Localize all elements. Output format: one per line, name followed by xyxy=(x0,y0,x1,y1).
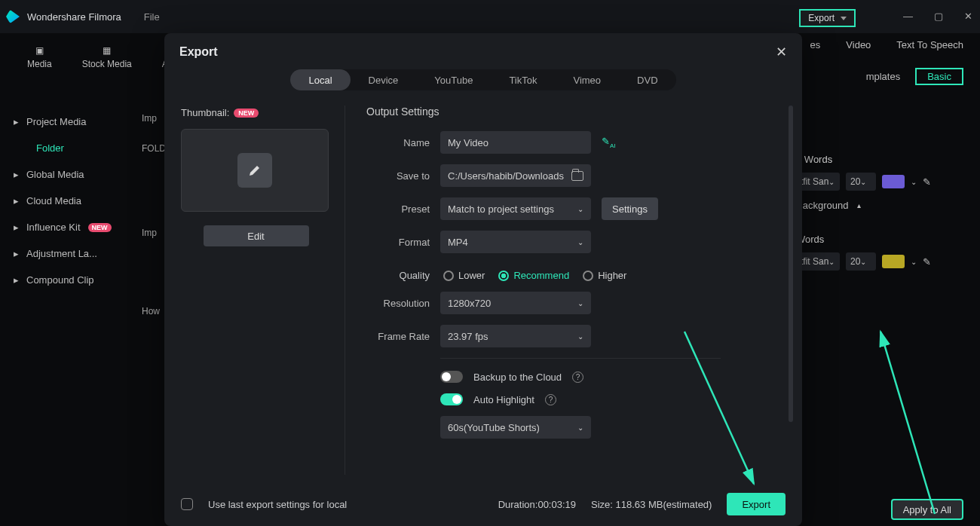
background-label: Background xyxy=(796,200,848,211)
nav-compound[interactable]: ▸Compound Clip xyxy=(0,267,136,293)
nav-cloud-media[interactable]: ▸Cloud Media xyxy=(0,188,136,214)
tab-vimeo[interactable]: Vimeo xyxy=(555,69,619,90)
topbar-export-button[interactable]: Export xyxy=(799,9,856,27)
size-text: Size: 118.63 MB(estimated) xyxy=(591,499,712,510)
dialog-footer: Use last export settings for local Durat… xyxy=(181,493,786,515)
tab-tiktok[interactable]: TikTok xyxy=(491,69,555,90)
font-select-2[interactable]: tfit San⌄ xyxy=(796,252,840,271)
export-button[interactable]: Export xyxy=(727,493,786,515)
resolution-select[interactable]: 1280x720⌄ xyxy=(440,292,591,314)
nav-adjustment[interactable]: ▸Adjustment La... xyxy=(0,240,136,267)
format-label: Format xyxy=(366,237,430,248)
help-icon[interactable]: ? xyxy=(545,394,556,405)
edit-icon[interactable]: ✎ xyxy=(923,256,931,268)
col-header-imp2: Imp xyxy=(142,228,157,238)
dialog-title: Export xyxy=(179,45,218,59)
nav-influence-kit[interactable]: ▸Influence KitNEW xyxy=(0,214,136,240)
color-swatch-olive[interactable] xyxy=(882,255,905,268)
app-logo xyxy=(6,10,20,23)
ai-icon[interactable]: ✎AI xyxy=(602,136,616,149)
new-badge: NEW xyxy=(88,223,112,232)
nav-folder[interactable]: Folder xyxy=(0,135,136,161)
use-last-label: Use last export settings for local xyxy=(208,499,347,510)
tab-local[interactable]: Local xyxy=(290,69,350,90)
auto-highlight-label: Auto Highlight xyxy=(473,394,534,405)
tab-dvd[interactable]: DVD xyxy=(619,69,675,90)
nav-project-media[interactable]: ▸Project Media xyxy=(0,109,136,135)
thumbnail-label: Thumbnail: NEW xyxy=(181,107,331,118)
chevron-down-icon xyxy=(841,17,847,20)
size-select-2[interactable]: 20⌄ xyxy=(846,252,876,271)
format-select[interactable]: MP4⌄ xyxy=(440,231,591,253)
apply-to-all-button[interactable]: Apply to All xyxy=(891,499,963,520)
saveto-label: Save to xyxy=(366,170,430,182)
preview-subtabs: mplates Basic xyxy=(866,68,963,85)
close-icon[interactable]: ✕ xyxy=(776,44,787,60)
quality-higher[interactable]: Higher xyxy=(583,270,626,281)
svg-line-1 xyxy=(880,332,935,514)
tab-tts[interactable]: Text To Speech xyxy=(896,39,963,50)
scrollbar[interactable] xyxy=(789,106,793,422)
right-panel: e Words tfit San⌄ 20⌄ ⌄ ✎ Background▴ Wo… xyxy=(796,116,969,280)
preview-tabs: es Video Text To Speech xyxy=(810,39,963,50)
titlebar: Wondershare Filmora File Export — ▢ ✕ xyxy=(0,0,980,33)
col-header-imp[interactable]: Imp xyxy=(142,113,157,124)
resolution-label: Resolution xyxy=(366,298,430,309)
quality-recommend[interactable]: Recommend xyxy=(498,270,569,281)
framerate-label: Frame Rate xyxy=(366,331,430,342)
font-select-1[interactable]: tfit San⌄ xyxy=(796,173,840,191)
backup-cloud-toggle[interactable] xyxy=(440,371,463,383)
duration-text: Duration:00:03:19 xyxy=(498,499,576,510)
app-title: Wondershare Filmora xyxy=(27,11,121,23)
menu-file[interactable]: File xyxy=(144,11,160,23)
divider xyxy=(440,358,721,359)
highlight-preset-select[interactable]: 60s(YouTube Shorts)⌄ xyxy=(440,416,591,439)
subtab-templates[interactable]: mplates xyxy=(866,71,901,82)
col-header-fold: FOLD xyxy=(142,143,166,154)
color-swatch-purple[interactable] xyxy=(882,175,905,188)
section-words: e Words xyxy=(796,154,969,165)
quality-label: Quality xyxy=(366,270,430,281)
window-controls: — ▢ ✕ xyxy=(903,11,972,22)
annotation-arrow-2 xyxy=(867,326,957,521)
thumbnail-preview[interactable] xyxy=(181,129,329,212)
export-tabs: Local Device YouTube TikTok Vimeo DVD xyxy=(164,69,802,90)
new-badge: NEW xyxy=(234,109,259,118)
help-icon[interactable]: ? xyxy=(572,372,583,383)
col-header-how: How xyxy=(142,306,160,317)
settings-button[interactable]: Settings xyxy=(602,197,658,220)
left-nav: ▸Project Media Folder ▸Global Media ▸Clo… xyxy=(0,109,136,293)
preset-label: Preset xyxy=(366,203,430,215)
close-icon[interactable]: ✕ xyxy=(964,11,972,22)
name-label: Name xyxy=(366,137,430,148)
framerate-select[interactable]: 23.97 fps⌄ xyxy=(440,325,591,347)
tool-tab-stock[interactable]: ▦Stock Media xyxy=(82,45,132,69)
edit-thumbnail-button[interactable]: Edit xyxy=(204,225,309,246)
section-words-2: Words xyxy=(796,234,969,245)
topbar-export-label: Export xyxy=(808,13,835,23)
chevron-down-icon[interactable]: ⌄ xyxy=(911,258,917,266)
saveto-input[interactable]: C:/Users/habib/Downloads xyxy=(440,164,591,187)
nav-global-media[interactable]: ▸Global Media xyxy=(0,161,136,188)
folder-icon[interactable] xyxy=(571,171,583,181)
use-last-checkbox[interactable] xyxy=(181,498,193,510)
auto-highlight-toggle[interactable] xyxy=(440,393,463,405)
maximize-icon[interactable]: ▢ xyxy=(934,11,943,22)
tool-tab-media[interactable]: ▣Media xyxy=(27,45,52,69)
chevron-down-icon[interactable]: ⌄ xyxy=(911,178,917,186)
preset-select[interactable]: Match to project settings⌄ xyxy=(440,197,591,220)
export-dialog: Export ✕ Local Device YouTube TikTok Vim… xyxy=(164,33,802,526)
tab-video[interactable]: Video xyxy=(846,39,871,50)
size-select-1[interactable]: 20⌄ xyxy=(846,173,876,191)
pencil-icon xyxy=(237,153,272,188)
tab-youtube[interactable]: YouTube xyxy=(416,69,491,90)
tab-device[interactable]: Device xyxy=(351,69,417,90)
backup-cloud-label: Backup to the Cloud xyxy=(473,372,562,383)
tab-es[interactable]: es xyxy=(810,39,821,50)
name-input[interactable]: My Video xyxy=(440,131,591,154)
subtab-basic[interactable]: Basic xyxy=(915,68,963,85)
output-settings-title: Output Settings xyxy=(366,106,795,118)
minimize-icon[interactable]: — xyxy=(903,11,913,22)
quality-lower[interactable]: Lower xyxy=(443,270,485,281)
edit-icon[interactable]: ✎ xyxy=(923,176,931,188)
